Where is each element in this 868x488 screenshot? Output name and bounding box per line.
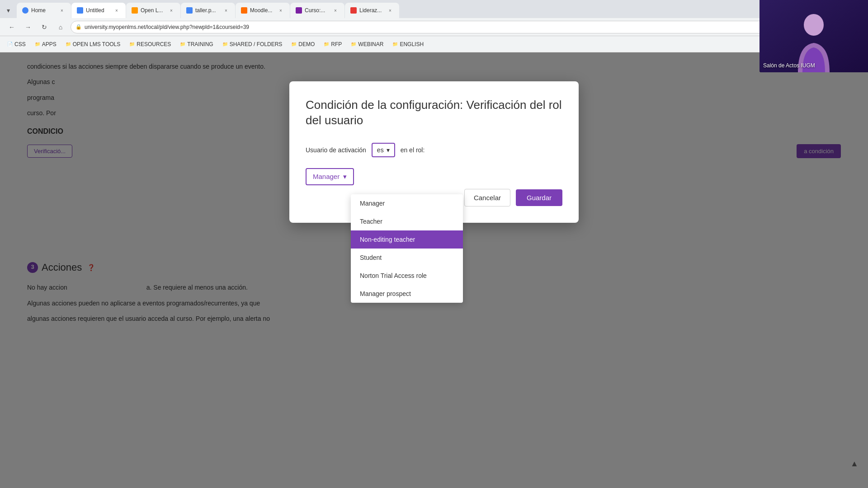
bookmark-webinar[interactable]: 📁 WEBINAR	[347, 39, 387, 49]
bookmark-css-icon: 📄	[7, 42, 13, 47]
role-select-row: Manager ▾	[306, 168, 562, 185]
lock-icon: 🔒	[75, 24, 82, 30]
role-chevron-icon: ▾	[343, 173, 347, 181]
tab-taller[interactable]: taller.p... ×	[181, 3, 235, 18]
lang-chevron-icon: ▾	[387, 146, 390, 154]
bookmark-resources-icon: 📁	[129, 42, 135, 47]
browser-chrome: ▾ Home × Untitled × Open L... × taller.p…	[0, 0, 868, 52]
bookmark-shared-label: SHARED / FOLDERS	[230, 41, 283, 47]
tab-untitled[interactable]: Untitled ×	[71, 3, 126, 18]
tab-openl[interactable]: Open L... ×	[126, 3, 180, 18]
forward-button[interactable]: →	[22, 21, 34, 33]
field-label: Usuario de activación	[306, 146, 366, 154]
bookmark-shared-icon: 📁	[222, 42, 228, 47]
selected-role-text: Manager	[313, 173, 340, 180]
bookmark-apps-icon: 📁	[35, 42, 40, 47]
bookmark-apps-label: APPS	[42, 41, 57, 47]
dropdown-item-norton[interactable]: Norton Trial Access role	[351, 267, 463, 285]
tab-lideraz[interactable]: Lideraz... ×	[345, 3, 399, 18]
bookmark-demo-label: DEMO	[298, 41, 315, 47]
video-content: Salón de Actos IUGM	[760, 0, 868, 72]
save-button[interactable]: Guardar	[516, 189, 562, 206]
tab-taller-title: taller.p...	[195, 7, 220, 14]
tab-home-close[interactable]: ×	[58, 7, 66, 14]
dropdown-item-manager[interactable]: Manager	[351, 194, 463, 212]
tab-curso-title: Curso:...	[305, 7, 329, 14]
home-button[interactable]: ⌂	[54, 21, 67, 33]
bookmark-openlms-label: OPEN LMS TOOLS	[73, 41, 121, 47]
bookmark-english-label: ENGLISH	[400, 41, 424, 47]
bookmark-apps[interactable]: 📁 APPS	[31, 39, 60, 49]
bookmark-training-icon: 📁	[180, 42, 185, 47]
tab-home[interactable]: Home ×	[17, 3, 71, 18]
tab-untitled-close[interactable]: ×	[113, 7, 120, 14]
role-label: en el rol:	[401, 146, 425, 154]
tab-lideraz-title: Lideraz...	[359, 7, 384, 14]
bookmark-training-label: TRAINING	[187, 41, 213, 47]
dropdown-item-student[interactable]: Student	[351, 249, 463, 267]
bookmarks-bar: 📄 CSS 📁 APPS 📁 OPEN LMS TOOLS 📁 RESOURCE…	[0, 36, 868, 52]
tab-bar: ▾ Home × Untitled × Open L... × taller.p…	[0, 0, 868, 18]
bookmark-english-icon: 📁	[392, 42, 398, 47]
bookmark-shared[interactable]: 📁 SHARED / FOLDERS	[219, 39, 286, 49]
bookmark-rfp-label: RFP	[331, 41, 342, 47]
modal-title: Condición de la configuración: Verificac…	[306, 98, 562, 128]
bookmark-webinar-icon: 📁	[351, 42, 356, 47]
tab-moodle[interactable]: Moodle... ×	[236, 3, 290, 18]
tab-moodle-title: Moodle...	[250, 7, 274, 14]
lang-select[interactable]: es ▾	[372, 143, 395, 157]
role-select-button[interactable]: Manager ▾	[306, 168, 354, 185]
address-bar[interactable]: 🔒 university.myopenlms.net/local/pld/vie…	[71, 21, 846, 33]
bookmark-openlms[interactable]: 📁 OPEN LMS TOOLS	[62, 39, 124, 49]
tab-back-btn[interactable]: ▾	[2, 4, 14, 17]
back-button[interactable]: ←	[5, 21, 18, 33]
address-text: university.myopenlms.net/local/pld/view.…	[85, 24, 249, 30]
bookmark-demo-icon: 📁	[291, 42, 297, 47]
address-bar-row: ← → ↻ ⌂ 🔒 university.myopenlms.net/local…	[0, 18, 868, 36]
bookmark-openlms-icon: 📁	[66, 42, 71, 47]
bookmark-rfp-icon: 📁	[324, 42, 329, 47]
video-label: Salón de Actos IUGM	[763, 62, 815, 69]
tab-curso[interactable]: Curso:... ×	[290, 3, 344, 18]
dropdown-item-manager-prospect[interactable]: Manager prospect	[351, 285, 463, 303]
dropdown-item-nonediting[interactable]: Non-editing teacher	[351, 230, 463, 249]
tab-taller-close[interactable]: ×	[222, 7, 230, 14]
video-person-svg	[760, 0, 868, 72]
lang-value: es	[377, 146, 384, 154]
bookmark-demo[interactable]: 📁 DEMO	[288, 39, 318, 49]
bookmark-resources-label: RESOURCES	[137, 41, 171, 47]
svg-point-2	[804, 14, 824, 36]
bookmark-training[interactable]: 📁 TRAINING	[176, 39, 217, 49]
reload-button[interactable]: ↻	[38, 21, 51, 33]
tab-openl-close[interactable]: ×	[168, 7, 175, 14]
tab-lideraz-close[interactable]: ×	[387, 7, 394, 14]
dropdown-item-teacher[interactable]: Teacher	[351, 212, 463, 230]
bookmark-rfp[interactable]: 📁 RFP	[320, 39, 345, 49]
video-widget: Salón de Actos IUGM	[760, 0, 868, 72]
bookmark-resources[interactable]: 📁 RESOURCES	[126, 39, 175, 49]
bookmark-css-label: CSS	[14, 41, 26, 47]
cancel-button[interactable]: Cancelar	[464, 189, 510, 206]
bookmark-english[interactable]: 📁 ENGLISH	[389, 39, 427, 49]
role-dropdown-menu: Manager Teacher Non-editing teacher Stud…	[351, 194, 463, 303]
tab-moodle-close[interactable]: ×	[277, 7, 284, 14]
bookmark-css[interactable]: 📄 CSS	[4, 39, 29, 49]
tab-curso-close[interactable]: ×	[332, 7, 339, 14]
modal-field-row: Usuario de activación es ▾ en el rol:	[306, 143, 562, 157]
tab-openl-title: Open L...	[141, 7, 165, 14]
tab-untitled-title: Untitled	[86, 7, 110, 14]
tab-home-title: Home	[31, 7, 56, 14]
bookmark-webinar-label: WEBINAR	[358, 41, 383, 47]
